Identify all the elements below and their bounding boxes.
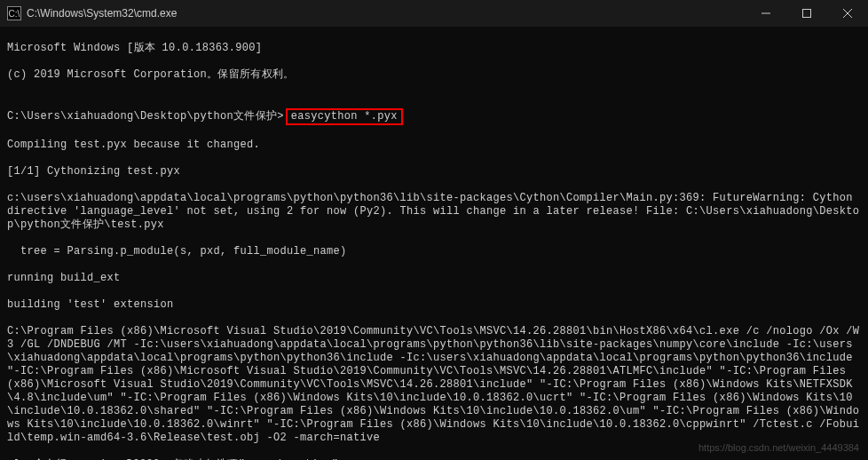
terminal-output[interactable]: Microsoft Windows [版本 10.0.18363.900] (c… bbox=[0, 27, 868, 460]
window-controls bbox=[746, 0, 868, 27]
svg-rect-1 bbox=[803, 10, 811, 18]
output-line: c:\users\xiahuadong\appdata\local\progra… bbox=[7, 192, 861, 232]
maximize-button[interactable] bbox=[786, 0, 827, 27]
output-line: Microsoft Windows [版本 10.0.18363.900] bbox=[7, 42, 861, 55]
output-line: (c) 2019 Microsoft Corporation。保留所有权利。 bbox=[7, 68, 861, 82]
minimize-icon bbox=[761, 9, 770, 18]
command-highlight: easycython *.pyx bbox=[286, 108, 403, 125]
output-line: Compiling test.pyx because it changed. bbox=[7, 139, 861, 152]
output-line: C:\Program Files (x86)\Microsoft Visual … bbox=[7, 325, 861, 445]
maximize-icon bbox=[802, 9, 811, 18]
output-line: running build_ext bbox=[7, 272, 861, 285]
prompt-line: C:\Users\xiahuadong\Desktop\python文件保护>e… bbox=[7, 108, 861, 125]
output-line: tree = Parsing.p_module(s, pxd, full_mod… bbox=[7, 245, 861, 258]
titlebar-left: C:\ C:\Windows\System32\cmd.exe bbox=[7, 6, 177, 20]
cmd-icon: C:\ bbox=[7, 6, 21, 20]
prompt-path: C:\Users\xiahuadong\Desktop\python文件保护> bbox=[7, 110, 284, 123]
close-icon bbox=[843, 9, 852, 18]
window-title: C:\Windows\System32\cmd.exe bbox=[27, 7, 177, 20]
minimize-button[interactable] bbox=[746, 0, 786, 27]
output-line: building 'test' extension bbox=[7, 298, 861, 312]
close-button[interactable] bbox=[827, 0, 868, 27]
titlebar: C:\ C:\Windows\System32\cmd.exe bbox=[0, 0, 868, 27]
watermark: https://blog.csdn.net/weixin_4449384 bbox=[698, 442, 859, 453]
output-line: [1/1] Cythonizing test.pyx bbox=[7, 165, 861, 178]
